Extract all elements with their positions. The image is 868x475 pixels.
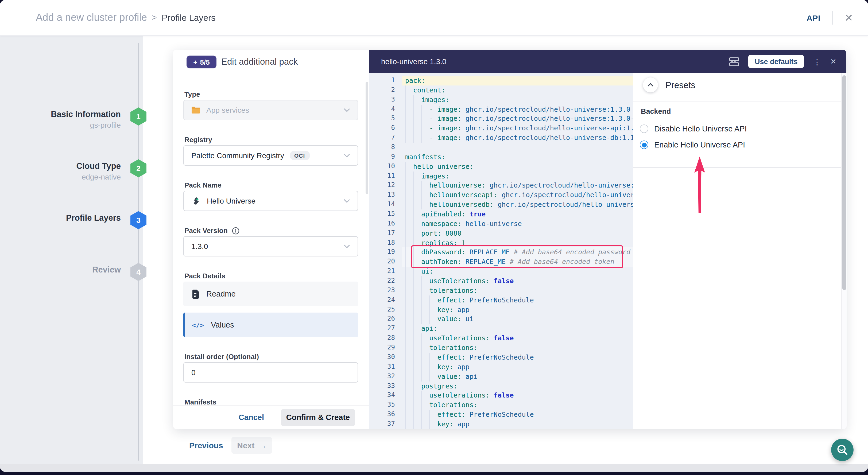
pack-name-select[interactable]: Hello Universe bbox=[183, 191, 358, 211]
preset-option-selected[interactable]: Enable Hello Universe API bbox=[640, 140, 745, 149]
oci-badge: OCI bbox=[289, 151, 310, 160]
yaml-line-14: 14hellouniversedb: ghcr.io/spectrocloud/… bbox=[369, 200, 633, 210]
preset-option-label: Disable Hello Universe API bbox=[654, 125, 747, 133]
pack-logo-icon bbox=[191, 196, 201, 206]
yaml-line-16: 16namespace: hello-universe bbox=[369, 219, 633, 229]
readme-tab[interactable]: Readme bbox=[183, 282, 358, 306]
modal-scrollbar-thumb[interactable] bbox=[842, 75, 846, 290]
presets-divider bbox=[633, 101, 841, 102]
confirm-create-button[interactable]: Confirm & Create bbox=[281, 409, 355, 425]
install-order-input[interactable] bbox=[183, 362, 358, 383]
footer-strip bbox=[0, 464, 868, 472]
yaml-line-34: 34useTolerations: false bbox=[369, 391, 633, 401]
step-number-hexagon: 2 bbox=[130, 159, 147, 178]
top-bar: Add a new cluster profile > Profile Laye… bbox=[0, 0, 868, 36]
info-icon[interactable] bbox=[232, 227, 240, 234]
presets-panel: Presets Backend Disable Hello Universe A… bbox=[633, 73, 841, 429]
sidebar-step-cloud-type[interactable]: Cloud Typeedge-native2 bbox=[0, 159, 150, 193]
type-select[interactable]: App services bbox=[183, 100, 358, 120]
yaml-line-9: 9manifests: bbox=[369, 152, 633, 162]
plus-icon: + bbox=[193, 58, 197, 66]
yaml-line-27: 27api: bbox=[369, 324, 633, 334]
step-title: Review bbox=[14, 264, 121, 275]
step-number-hexagon: 3 bbox=[130, 211, 147, 229]
collapse-presets-button[interactable] bbox=[643, 77, 658, 92]
modal-scrollbar-track bbox=[841, 73, 847, 429]
form-scrollbar[interactable] bbox=[366, 82, 368, 194]
yaml-line-37: 37key: app bbox=[369, 419, 633, 429]
search-icon bbox=[836, 444, 848, 456]
registry-select[interactable]: Palette Community Registry OCI bbox=[183, 145, 358, 166]
app-window: Add a new cluster profile > Profile Laye… bbox=[0, 0, 868, 472]
next-button[interactable]: Next → bbox=[232, 437, 272, 454]
presets-divider-2 bbox=[633, 167, 841, 168]
step-subtitle: edge-native bbox=[14, 172, 121, 181]
step-subtitle: gs-profile bbox=[14, 121, 121, 129]
breadcrumb-separator: > bbox=[152, 13, 157, 23]
sidebar-step-profile-layers[interactable]: Profile Layers3 bbox=[0, 211, 150, 245]
yaml-line-2: 2content: bbox=[369, 86, 633, 95]
step-number-hexagon: 1 bbox=[130, 107, 147, 126]
yaml-line-24: 24effect: PreferNoSchedule bbox=[369, 295, 633, 305]
type-label: Type bbox=[184, 90, 200, 98]
yaml-line-3: 3images: bbox=[369, 95, 633, 104]
form-title: Edit additional pack bbox=[221, 57, 298, 67]
annotation-arrow bbox=[694, 157, 706, 213]
yaml-line-30: 30effect: PreferNoSchedule bbox=[369, 353, 633, 362]
page-title: Profile Layers bbox=[162, 12, 216, 23]
search-fab-button[interactable] bbox=[831, 439, 854, 461]
sidebar-step-review[interactable]: Review4 bbox=[0, 263, 150, 297]
install-order-label: Install order (Optional) bbox=[184, 353, 259, 361]
yaml-line-31: 31key: app bbox=[369, 362, 633, 372]
preset-option-0[interactable]: Disable Hello Universe API bbox=[640, 125, 747, 133]
cancel-button[interactable]: Cancel bbox=[236, 412, 267, 422]
previous-button[interactable]: Previous bbox=[189, 438, 223, 453]
backend-group-label: Backend bbox=[641, 107, 671, 116]
yaml-line-15: 15apiEnabled: true bbox=[369, 210, 633, 219]
preset-option-label: Enable Hello Universe API bbox=[654, 140, 745, 149]
editor-title: hello-universe 1.3.0 bbox=[381, 57, 446, 66]
yaml-line-17: 17port: 8080 bbox=[369, 229, 633, 238]
pack-form: + 5/5 Edit additional pack Type App serv… bbox=[173, 50, 369, 429]
presets-title: Presets bbox=[665, 80, 695, 90]
sidebar-step-basic-information[interactable]: Basic Informationgs-profile1 bbox=[0, 107, 150, 141]
api-link[interactable]: API bbox=[807, 13, 820, 22]
yaml-line-29: 29tolerations: bbox=[369, 343, 633, 353]
use-defaults-button[interactable]: Use defaults bbox=[748, 55, 804, 68]
arrow-right-icon: → bbox=[259, 441, 267, 450]
chevron-up-icon bbox=[647, 83, 654, 87]
chevron-down-icon bbox=[344, 244, 350, 249]
pack-version-label-row: Pack Version bbox=[184, 226, 240, 234]
registry-label: Registry bbox=[184, 136, 212, 144]
split-view-icon[interactable] bbox=[729, 57, 739, 66]
code-icon: </> bbox=[192, 321, 204, 329]
yaml-line-32: 32value: api bbox=[369, 372, 633, 381]
yaml-editor[interactable]: 1pack:2content:3images:4- image: ghcr.io… bbox=[369, 73, 634, 429]
yaml-line-23: 23tolerations: bbox=[369, 286, 633, 295]
wizard-sidebar: Basic Informationgs-profile1Cloud Typeed… bbox=[0, 35, 143, 464]
yaml-line-18: 18replicas: 1 bbox=[369, 238, 633, 248]
yaml-line-10: 10hello-universe: bbox=[369, 162, 633, 171]
breadcrumb-parent[interactable]: Add a new cluster profile bbox=[36, 12, 147, 24]
form-footer: Cancel Confirm & Create bbox=[173, 406, 369, 429]
yaml-line-28: 28useTolerations: false bbox=[369, 334, 633, 343]
chevron-down-icon bbox=[344, 199, 350, 203]
yaml-line-7: 7- image: ghcr.io/spectrocloud/hello-uni… bbox=[369, 133, 633, 142]
form-header: + 5/5 Edit additional pack bbox=[173, 50, 369, 75]
pack-version-select[interactable]: 1.3.0 bbox=[183, 236, 358, 256]
yaml-line-1: 1pack: bbox=[369, 76, 633, 86]
yaml-line-8: 8 bbox=[369, 142, 633, 152]
radio-checked-icon[interactable] bbox=[640, 140, 648, 149]
folder-icon bbox=[191, 106, 200, 114]
chevron-down-icon bbox=[344, 108, 350, 112]
radio-unchecked-icon[interactable] bbox=[640, 125, 648, 133]
kebab-menu-icon[interactable]: ⋮ bbox=[813, 58, 821, 65]
wizard-timeline bbox=[138, 43, 139, 461]
editor-close-icon[interactable]: ✕ bbox=[830, 58, 836, 65]
values-tab[interactable]: </> Values bbox=[183, 313, 358, 337]
yaml-line-35: 35tolerations: bbox=[369, 400, 633, 410]
yaml-line-12: 12hellouniverse: ghcr.io/spectrocloud/he… bbox=[369, 181, 633, 190]
close-icon[interactable]: ✕ bbox=[844, 12, 853, 23]
yaml-line-21: 21ui: bbox=[369, 266, 633, 276]
yaml-line-20: 20authToken: REPLACE_ME # Add base64 enc… bbox=[369, 257, 633, 267]
